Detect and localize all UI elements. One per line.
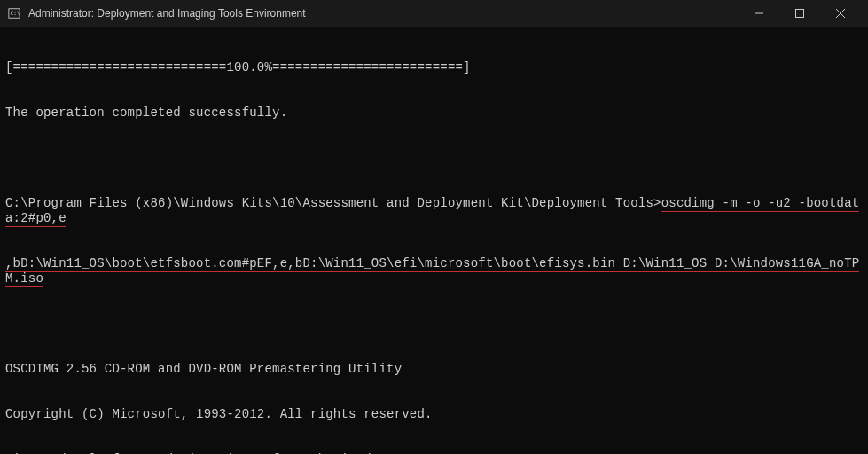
- close-button[interactable]: [820, 0, 861, 27]
- maximize-button[interactable]: [779, 0, 820, 27]
- window-controls: [739, 0, 861, 27]
- output-line: The operation completed successfully.: [5, 106, 863, 121]
- output-line: OSCDIMG 2.56 CD-ROM and DVD-ROM Premaste…: [5, 362, 863, 377]
- minimize-button[interactable]: [739, 0, 779, 27]
- output-line: Copyright (C) Microsoft, 1993-2012. All …: [5, 407, 863, 422]
- prompt-text: C:\Program Files (x86)\Windows Kits\10\A…: [5, 196, 661, 210]
- blank-line: [5, 151, 863, 166]
- svg-text:C:\: C:\: [11, 10, 20, 16]
- command-line: C:\Program Files (x86)\Windows Kits\10\A…: [5, 196, 863, 226]
- terminal-output[interactable]: [============================100.0%=====…: [0, 27, 868, 454]
- window-title: Administrator: Deployment and Imaging To…: [28, 7, 739, 20]
- command-text: ,bD:\Win11_OS\boot\etfsboot.com#pEF,e,bD…: [5, 256, 859, 287]
- command-line-continued: ,bD:\Win11_OS\boot\etfsboot.com#pEF,e,bD…: [5, 256, 863, 286]
- window-titlebar: C:\ Administrator: Deployment and Imagin…: [0, 0, 868, 27]
- svg-rect-3: [796, 10, 804, 18]
- output-line: [============================100.0%=====…: [5, 60, 863, 75]
- blank-line: [5, 317, 863, 332]
- cmd-icon: C:\: [7, 6, 21, 20]
